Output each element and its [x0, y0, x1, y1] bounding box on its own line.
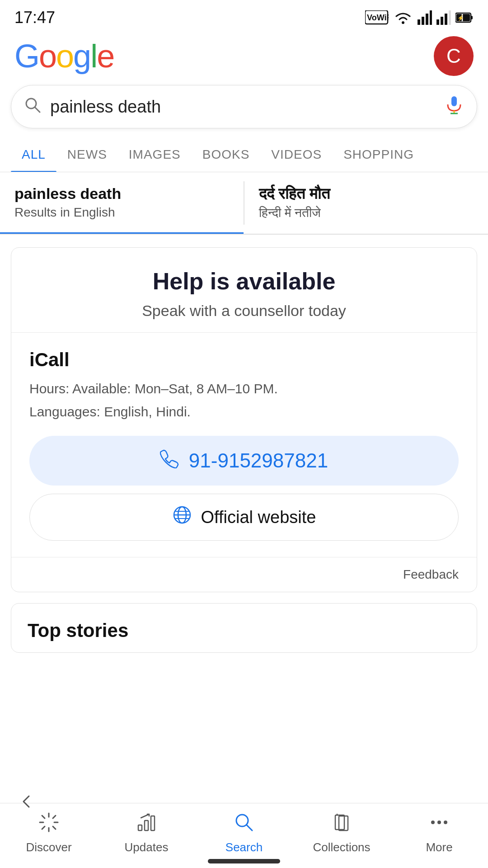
- svg-rect-39: [335, 815, 344, 830]
- svg-line-17: [35, 107, 40, 112]
- icall-languages: Languages: English, Hindi.: [29, 400, 459, 423]
- vowifi-icon: VoWiFi: [365, 10, 389, 25]
- help-card: Help is available Speak with a counsello…: [11, 247, 477, 592]
- svg-line-32: [53, 816, 56, 818]
- updates-label: Updates: [125, 840, 169, 854]
- search-query[interactable]: painless death: [50, 97, 444, 117]
- svg-line-30: [42, 816, 45, 818]
- lang-english-secondary: Results in English: [14, 205, 229, 220]
- signal1-icon: [418, 10, 432, 25]
- tabs: ALL NEWS IMAGES BOOKS VIDEOS SHOPPING: [0, 137, 488, 172]
- help-card-body: iCall Hours: Available: Mon–Sat, 8 AM–10…: [11, 333, 477, 557]
- status-time: 17:47: [14, 8, 55, 27]
- discover-label: Discover: [26, 840, 71, 854]
- svg-rect-18: [451, 96, 457, 106]
- collections-icon: [332, 812, 352, 837]
- more-label: More: [426, 840, 452, 854]
- search-nav-icon: [234, 812, 254, 837]
- lang-hindi[interactable]: दर्द रहित मौत हिन्दी में नतीजे: [244, 172, 488, 234]
- feedback-button[interactable]: Feedback: [403, 567, 459, 581]
- svg-rect-36: [151, 816, 155, 830]
- phone-icon: [160, 448, 180, 473]
- tab-all[interactable]: ALL: [11, 137, 56, 172]
- website-label: Official website: [201, 508, 316, 527]
- tab-books[interactable]: BOOKS: [192, 137, 261, 172]
- status-bar: 17:47 VoWiFi: [0, 0, 488, 32]
- svg-rect-3: [418, 19, 420, 25]
- svg-rect-4: [422, 17, 424, 25]
- tab-videos[interactable]: VIDEOS: [260, 137, 333, 172]
- svg-rect-9: [445, 14, 447, 25]
- search-icon: [24, 96, 41, 118]
- search-bar-container: painless death: [0, 85, 488, 137]
- collections-label: Collections: [313, 840, 370, 854]
- phone-button[interactable]: 91-9152987821: [29, 436, 459, 486]
- lang-hindi-primary: दर्द रहित मौत: [259, 185, 474, 203]
- svg-rect-8: [441, 17, 443, 25]
- phone-number: 91-9152987821: [189, 449, 328, 472]
- svg-line-31: [53, 826, 56, 829]
- wifi-icon: [393, 10, 413, 25]
- svg-point-41: [431, 821, 435, 824]
- icall-name: iCall: [29, 349, 459, 371]
- icall-hours: Hours: Available: Mon–Sat, 8 AM–10 PM.: [29, 377, 459, 400]
- lang-english[interactable]: painless death Results in English: [0, 172, 244, 234]
- top-stories-section: Top stories: [11, 603, 477, 653]
- svg-point-42: [437, 821, 441, 824]
- search-label: Search: [225, 840, 263, 854]
- website-button[interactable]: Official website: [29, 494, 459, 541]
- top-stories-title: Top stories: [28, 620, 460, 642]
- nav-updates[interactable]: Updates: [115, 812, 178, 854]
- more-icon: [429, 812, 449, 837]
- svg-rect-35: [145, 821, 148, 830]
- lang-hindi-secondary: हिन्दी में नतीजे: [259, 206, 474, 221]
- svg-rect-10: [449, 10, 451, 25]
- battery-icon: ⚡: [455, 11, 474, 24]
- status-icons: VoWiFi ⚡: [365, 10, 474, 25]
- tab-news[interactable]: NEWS: [56, 137, 118, 172]
- nav-collections[interactable]: Collections: [310, 812, 373, 854]
- lang-switcher: painless death Results in English दर्द र…: [0, 172, 488, 235]
- home-indicator: [208, 859, 280, 863]
- help-title: Help is available: [29, 268, 459, 295]
- help-subtitle: Speak with a counsellor today: [29, 302, 459, 320]
- search-bar[interactable]: painless death: [11, 85, 477, 128]
- google-logo: Google: [14, 38, 114, 75]
- tab-shopping[interactable]: SHOPPING: [333, 137, 425, 172]
- tab-images[interactable]: IMAGES: [118, 137, 192, 172]
- svg-point-2: [402, 21, 404, 24]
- nav-more[interactable]: More: [408, 812, 471, 854]
- svg-rect-5: [426, 14, 428, 25]
- bottom-nav: Discover Updates Search: [0, 803, 488, 868]
- svg-rect-7: [436, 19, 439, 25]
- svg-rect-12: [471, 16, 473, 19]
- svg-text:⚡: ⚡: [457, 14, 464, 21]
- header: Google C: [0, 32, 488, 85]
- svg-rect-6: [430, 10, 432, 25]
- nav-search[interactable]: Search: [212, 812, 276, 854]
- lang-english-primary: painless death: [14, 185, 229, 203]
- svg-point-43: [444, 821, 447, 824]
- updates-icon: [136, 812, 156, 837]
- help-card-header: Help is available Speak with a counsello…: [11, 248, 477, 333]
- nav-discover[interactable]: Discover: [17, 812, 80, 854]
- globe-icon: [172, 505, 192, 529]
- svg-text:VoWiFi: VoWiFi: [367, 13, 389, 22]
- avatar[interactable]: C: [434, 36, 474, 76]
- help-card-footer: Feedback: [11, 557, 477, 592]
- mic-icon[interactable]: [444, 94, 464, 119]
- signal2-icon: [436, 10, 451, 25]
- discover-icon: [39, 812, 59, 837]
- svg-line-33: [42, 826, 45, 829]
- svg-line-38: [247, 825, 252, 830]
- svg-rect-34: [138, 825, 142, 830]
- svg-rect-40: [339, 816, 348, 830]
- back-arrow[interactable]: [18, 793, 34, 814]
